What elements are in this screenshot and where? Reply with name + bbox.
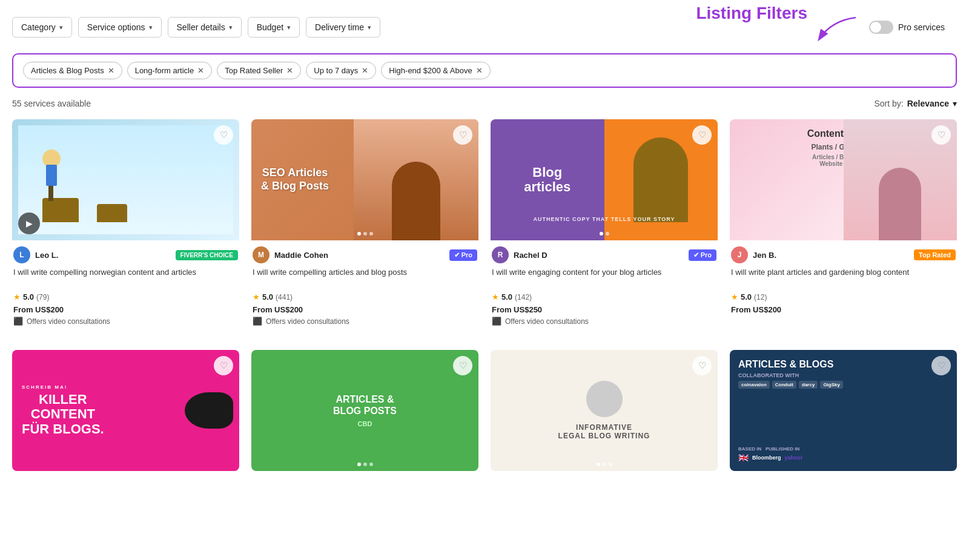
filter-tag-label: High-end $200 & Above	[389, 66, 472, 75]
budget-label: Budget	[257, 22, 283, 32]
filter-tag-label: Articles & Blog Posts	[31, 66, 104, 75]
gig-title: I will write compelling articles and blo…	[253, 267, 477, 289]
filter-tag-articles[interactable]: Articles & Blog Posts ✕	[23, 62, 122, 79]
results-count: 55 services available	[12, 99, 91, 108]
chevron-down-icon: ▾	[59, 24, 63, 31]
seller-name-badge: L Leo L.	[13, 246, 58, 263]
filter-tag-label: Up to 7 days	[314, 66, 358, 75]
star-icon: ★	[731, 292, 738, 301]
sort-area: Sort by: Relevance ▾	[874, 99, 957, 108]
seller-row: J Jen B. Top Rated	[731, 246, 956, 263]
heart-button[interactable]: ♡	[692, 125, 712, 145]
review-count: (12)	[754, 293, 767, 301]
gig-card-jen[interactable]: Content Writing Plants / Gardening Artic…	[730, 119, 957, 332]
rating-row: ★ 5.0 (441)	[253, 292, 477, 301]
price: From US$250	[492, 305, 716, 314]
filter-tag-longform[interactable]: Long-form article ✕	[127, 62, 213, 79]
fiverrs-choice-badge: FIVERR'S CHOICE	[176, 250, 238, 260]
gig-info-rachel: R Rachel D ✔ Pro I will write engaging c…	[491, 240, 718, 332]
thumbnail-dots	[357, 232, 373, 236]
chevron-down-icon: ▾	[149, 24, 153, 31]
remove-filter-icon[interactable]: ✕	[108, 66, 114, 75]
budget-filter-btn[interactable]: Budget ▾	[248, 17, 300, 38]
review-count: (142)	[515, 293, 532, 301]
filter-tag-days7[interactable]: Up to 7 days ✕	[306, 62, 376, 79]
seller-name-badge: J Jen B.	[731, 246, 776, 263]
star-icon: ★	[13, 292, 21, 301]
video-consult: ⬛ Offers video consultations	[492, 317, 716, 326]
service-options-filter-btn[interactable]: Service options ▾	[78, 17, 162, 38]
heart-button[interactable]: ♡	[214, 125, 233, 145]
video-icon: ⬛	[492, 317, 501, 326]
gig-grid-row2: SCHREIB MA! KILLERCONTENTFÜR BLOGS. ♡ AR…	[12, 350, 957, 471]
filter-tag-toprated[interactable]: Top Rated Seller ✕	[217, 62, 301, 79]
price: From US$200	[253, 305, 477, 314]
seller-details-label: Seller details	[177, 22, 225, 32]
gig-card-leo[interactable]: ▶ ♡ L Leo L. FIVERR'S CHOICE I will writ…	[12, 119, 239, 332]
delivery-time-filter-btn[interactable]: Delivery time ▾	[306, 17, 380, 38]
sort-value[interactable]: Relevance	[907, 99, 949, 108]
pro-services-toggle[interactable]	[869, 21, 893, 34]
seller-row: M Maddie Cohen ✔ Pro	[253, 246, 477, 263]
gig-info-leo: L Leo L. FIVERR'S CHOICE I will write co…	[12, 240, 239, 332]
seller-avatar: J	[731, 246, 748, 263]
pro-badge: ✔ Pro	[689, 249, 716, 261]
gig-thumbnail-leo: ▶ ♡	[12, 119, 239, 240]
seller-name: Maddie Cohen	[274, 251, 328, 260]
heart-button[interactable]: ♡	[692, 356, 712, 375]
gig-info-jen: J Jen B. Top Rated I will write plant ar…	[730, 240, 957, 323]
results-header: 55 services available Sort by: Relevance…	[12, 99, 957, 108]
gig-title: I will write engaging content for your b…	[492, 267, 716, 289]
delivery-time-label: Delivery time	[315, 22, 364, 32]
filter-tag-highend[interactable]: High-end $200 & Above ✕	[381, 62, 490, 79]
remove-filter-icon[interactable]: ✕	[286, 66, 293, 75]
gig-card-maddie[interactable]: SEO Articles& Blog Posts ♡ M Maddi	[251, 119, 478, 332]
seller-avatar: L	[13, 246, 30, 263]
sort-chevron-icon[interactable]: ▾	[953, 99, 957, 108]
filter-tag-label: Long-form article	[135, 66, 194, 75]
heart-button[interactable]: ♡	[931, 356, 951, 375]
gig-thumbnail-k2: ARTICLES &BLOG POSTS CBD ♡	[251, 350, 478, 471]
gig-thumbnail-rachel: Blogarticles AUTHENTIC COPY THAT TELLS Y…	[491, 119, 718, 240]
seller-name: Rachel D	[514, 251, 547, 260]
seller-avatar: M	[253, 246, 270, 263]
thumbnail-dots	[600, 232, 609, 236]
top-rated-badge: Top Rated	[914, 249, 956, 260]
gig-thumbnail-maddie: SEO Articles& Blog Posts ♡	[251, 119, 478, 240]
remove-filter-icon[interactable]: ✕	[197, 66, 204, 75]
seller-name: Leo L.	[35, 251, 58, 260]
gig-card-k4[interactable]: ARTICLES & BLOGS COLLABORATED WITH coina…	[730, 350, 957, 471]
seller-details-filter-btn[interactable]: Seller details ▾	[168, 17, 242, 38]
video-consult: ⬛ Offers video consultations	[13, 317, 238, 326]
chevron-down-icon: ▾	[287, 24, 291, 31]
annotation-arrow	[813, 15, 862, 45]
heart-button[interactable]: ♡	[214, 356, 233, 375]
video-icon: ⬛	[253, 317, 262, 326]
heart-button[interactable]: ♡	[453, 125, 472, 145]
heart-button[interactable]: ♡	[931, 125, 951, 145]
seller-avatar: R	[492, 246, 509, 263]
thumbnail-dots	[597, 463, 612, 466]
gig-card-rachel[interactable]: Blogarticles AUTHENTIC COPY THAT TELLS Y…	[491, 119, 718, 332]
active-filters-container: Articles & Blog Posts ✕ Long-form articl…	[12, 53, 957, 88]
gig-thumbnail-k1: SCHREIB MA! KILLERCONTENTFÜR BLOGS. ♡	[12, 350, 239, 471]
seller-name-badge: R Rachel D	[492, 246, 547, 263]
play-button[interactable]: ▶	[18, 212, 40, 234]
rating-value: 5.0	[23, 292, 34, 301]
star-icon: ★	[253, 292, 260, 301]
gig-card-k3[interactable]: INFORMATIVELEGAL BLOG WRITING ♡	[491, 350, 718, 471]
seller-name: Jen B.	[753, 251, 776, 260]
gig-card-k2[interactable]: ARTICLES &BLOG POSTS CBD ♡	[251, 350, 478, 471]
remove-filter-icon[interactable]: ✕	[362, 66, 368, 75]
video-consult-label: Offers video consultations	[266, 317, 349, 326]
video-consult: ⬛ Offers video consultations	[253, 317, 477, 326]
gig-title: I will write compelling norwegian conten…	[13, 267, 238, 289]
chevron-down-icon: ▾	[368, 24, 371, 31]
gig-card-k1[interactable]: SCHREIB MA! KILLERCONTENTFÜR BLOGS. ♡	[12, 350, 239, 471]
chevron-down-icon: ▾	[229, 24, 233, 31]
remove-filter-icon[interactable]: ✕	[476, 66, 483, 75]
seller-name-badge: M Maddie Cohen	[253, 246, 328, 263]
service-options-label: Service options	[87, 22, 145, 32]
category-filter-btn[interactable]: Category ▾	[12, 17, 72, 38]
heart-button[interactable]: ♡	[453, 356, 472, 375]
